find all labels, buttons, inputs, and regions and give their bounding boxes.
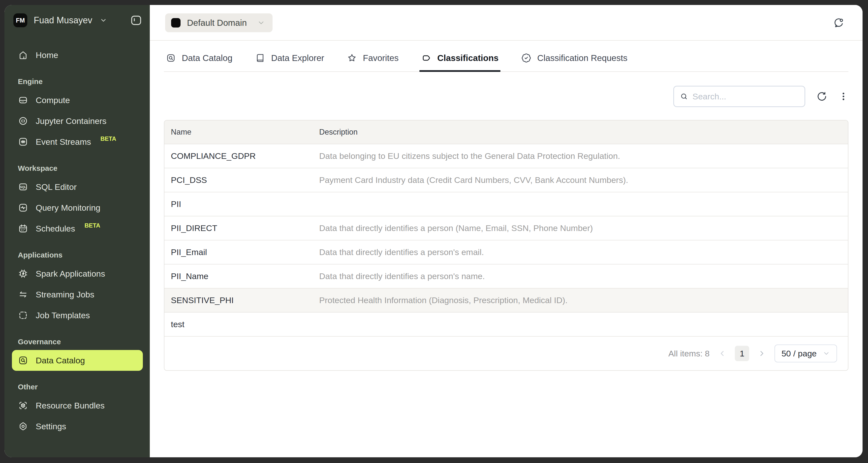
sidebar-item-label: Data Catalog (36, 356, 85, 365)
page-size-value: 50 / page (781, 349, 817, 358)
column-header-name: Name (164, 128, 319, 137)
domain-selector[interactable]: Default Domain (165, 13, 273, 32)
classification-name: PCI_DSS (164, 175, 319, 185)
compute-icon (18, 95, 28, 105)
tab-classification-requests[interactable]: Classification Requests (521, 53, 627, 71)
tab-label: Data Explorer (271, 53, 324, 63)
pagination-bar: All items: 8 1 50 / page (164, 336, 848, 370)
data-catalog-icon (18, 355, 28, 366)
sidebar-item-label: Compute (36, 95, 70, 105)
section-label-governance: Governance (12, 338, 143, 346)
tab-data-catalog[interactable]: Data Catalog (166, 53, 232, 71)
section-label-engine: Engine (12, 77, 143, 86)
sidebar-item-label: Job Templates (36, 310, 90, 320)
tab-favorites[interactable]: Favorites (347, 53, 399, 71)
tab-data-explorer[interactable]: Data Explorer (255, 53, 324, 71)
sidebar: FM Fuad Musayev Home Engine Compute Jupy… (4, 5, 150, 457)
sidebar-item-job-templates[interactable]: Job Templates (12, 305, 143, 326)
app-window: FM Fuad Musayev Home Engine Compute Jupy… (4, 5, 863, 457)
search-icon (680, 92, 688, 101)
classification-description: Data that directly identifies a person (… (319, 223, 848, 233)
sidebar-item-label: Schedules (36, 224, 75, 233)
sidebar-item-resource-bundles[interactable]: Resource Bundles (12, 395, 143, 416)
beta-badge: BETA (85, 222, 100, 229)
tab-label: Classification Requests (537, 53, 627, 63)
classification-description: Payment Card Industry data (Credit Card … (319, 175, 848, 185)
classification-name: PII_Email (164, 247, 319, 257)
chevron-down-icon (823, 350, 830, 357)
sidebar-item-schedules[interactable]: Schedules BETA (12, 218, 143, 239)
event-streams-icon (18, 137, 28, 147)
sidebar-item-query-monitoring[interactable]: Query Monitoring (12, 197, 143, 218)
query-monitoring-icon (18, 202, 28, 213)
table-row[interactable]: COMPLIANCE_GDPR Data belonging to EU cit… (164, 144, 848, 168)
search-input[interactable] (692, 92, 799, 101)
table-header-row: Name Description (164, 121, 848, 144)
sidebar-collapse-icon[interactable] (129, 13, 143, 27)
classification-description: Data belonging to EU citizens subject to… (319, 151, 848, 161)
data-explorer-icon (255, 53, 265, 63)
toolbar (164, 86, 848, 107)
feedback-message-icon[interactable] (833, 17, 845, 29)
tab-label: Favorites (363, 53, 399, 63)
sidebar-item-label: Query Monitoring (36, 203, 100, 213)
sidebar-nav: Home Engine Compute Jupyter Containers E… (12, 44, 143, 437)
page-size-select[interactable]: 50 / page (775, 344, 837, 362)
jupyter-containers-icon (18, 116, 28, 126)
main-area: Default Domain Data Catalog Data Explore… (150, 5, 863, 457)
sidebar-item-sql-editor[interactable]: SQL SQL Editor (12, 176, 143, 197)
total-items-label: All items: 8 (669, 349, 710, 358)
classification-name: test (164, 320, 319, 329)
streaming-jobs-icon (18, 289, 28, 300)
svg-text:SQL: SQL (20, 186, 26, 189)
table-row[interactable]: PII_Email Data that directly identifies … (164, 240, 848, 264)
section-label-workspace: Workspace (12, 164, 143, 172)
current-page-button[interactable]: 1 (735, 346, 749, 361)
classification-name: PII_Name (164, 271, 319, 281)
tab-bar: Data Catalog Data Explorer Favorites Cla… (164, 41, 848, 72)
table-row[interactable]: PII_Name Data that directly identifies a… (164, 264, 848, 288)
section-label-other: Other (12, 383, 143, 391)
home-icon (18, 50, 28, 60)
section-label-applications: Applications (12, 251, 143, 259)
sidebar-item-label: Settings (36, 422, 66, 431)
prev-page-icon[interactable] (718, 349, 726, 358)
table-row[interactable]: test (164, 312, 848, 336)
column-header-description: Description (319, 128, 848, 137)
resource-bundles-icon (18, 400, 28, 411)
sidebar-item-label: Jupyter Containers (36, 116, 106, 126)
sidebar-item-compute[interactable]: Compute (12, 90, 143, 110)
table-row[interactable]: PII (164, 192, 848, 216)
sidebar-item-settings[interactable]: Settings (12, 416, 143, 437)
sidebar-item-label: SQL Editor (36, 182, 76, 192)
spark-applications-icon (18, 268, 28, 279)
main-header: Default Domain (150, 5, 863, 41)
refresh-icon[interactable] (816, 91, 828, 102)
table-row[interactable]: PII_DIRECT Data that directly identifies… (164, 216, 848, 240)
tab-classifications[interactable]: Classifications (421, 53, 498, 71)
sidebar-item-home[interactable]: Home (12, 44, 143, 65)
tab-label: Classifications (437, 53, 498, 63)
table-row[interactable]: SENSITIVE_PHI Protected Health Informati… (164, 288, 848, 312)
next-page-icon[interactable] (757, 349, 766, 358)
settings-icon (18, 421, 28, 432)
classification-name: SENSITIVE_PHI (164, 295, 319, 305)
search-box[interactable] (673, 86, 805, 107)
classification-name: PII (164, 199, 319, 209)
classification-name: COMPLIANCE_GDPR (164, 151, 319, 161)
sidebar-item-spark-applications[interactable]: Spark Applications (12, 263, 143, 284)
kebab-menu-icon[interactable] (838, 92, 848, 101)
sidebar-item-jupyter-containers[interactable]: Jupyter Containers (12, 110, 143, 131)
sidebar-item-event-streams[interactable]: Event Streams BETA (12, 131, 143, 152)
classification-tag-icon (421, 53, 431, 63)
sidebar-item-data-catalog[interactable]: Data Catalog (12, 350, 143, 371)
badge-check-icon (521, 53, 531, 63)
job-templates-icon (18, 310, 28, 321)
sidebar-item-streaming-jobs[interactable]: Streaming Jobs (12, 284, 143, 305)
classifications-table: Name Description COMPLIANCE_GDPR Data be… (164, 120, 848, 371)
classification-name: PII_DIRECT (164, 223, 319, 233)
table-row[interactable]: PCI_DSS Payment Card Industry data (Cred… (164, 168, 848, 192)
user-menu[interactable]: FM Fuad Musayev (12, 13, 143, 27)
beta-badge: BETA (100, 135, 116, 142)
classification-description: Data that directly identifies a person's… (319, 271, 848, 281)
